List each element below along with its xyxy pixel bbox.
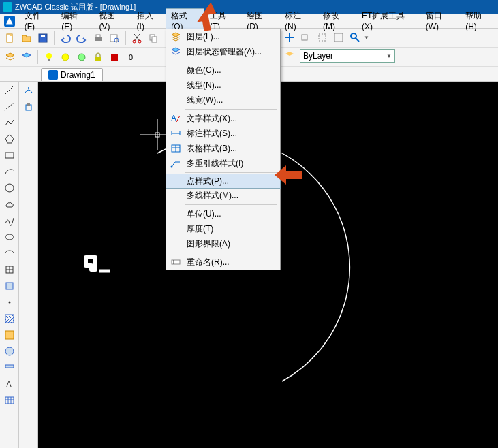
print-button[interactable]	[91, 31, 106, 46]
line-tool[interactable]	[2, 83, 17, 97]
menu-separator	[185, 204, 277, 205]
chevron-down-icon: ▼	[386, 53, 392, 59]
svg-line-60	[356, 38, 359, 42]
app-logo-icon	[3, 2, 12, 12]
preview-button[interactable]	[107, 31, 122, 46]
zoom-prev-button[interactable]	[298, 30, 313, 45]
zoom-button[interactable]	[347, 30, 362, 45]
polygon-tool[interactable]	[2, 132, 17, 146]
menu-item-label: 厚度(T)	[187, 223, 213, 235]
svg-rect-57	[319, 34, 326, 41]
cut-button[interactable]	[129, 31, 144, 46]
spline-tool[interactable]	[2, 214, 17, 227]
svg-rect-40	[26, 105, 31, 110]
menu-window[interactable]: 窗口(W)	[420, 8, 460, 33]
svg-rect-4	[96, 35, 100, 37]
circle-tool[interactable]	[2, 181, 17, 195]
app-icon	[4, 16, 15, 27]
tool-a[interactable]	[21, 83, 36, 97]
zoom-window-button[interactable]	[315, 30, 330, 45]
menu-edit[interactable]: 编辑(E)	[56, 8, 93, 33]
menu-item-layerstate[interactable]: 图层状态管理器(A)...	[166, 44, 280, 59]
menu-item-linetype[interactable]: 线型(N)...	[166, 78, 280, 93]
color-icon[interactable]	[107, 50, 122, 65]
pan-button[interactable]	[282, 30, 297, 45]
menu-item-pointstyle[interactable]: 点样式(P)...	[166, 174, 281, 189]
menu-item-label: 点样式(P)...	[187, 176, 229, 187]
ellipse-tool[interactable]	[2, 230, 17, 244]
xline-tool[interactable]	[2, 99, 17, 113]
menu-view[interactable]: 视图(V)	[93, 8, 131, 33]
layer-zero-label: 0	[129, 53, 133, 61]
open-button[interactable]	[19, 31, 34, 46]
svg-point-17	[62, 54, 69, 61]
menu-item-dimstyle[interactable]: 标注样式(S)...	[166, 126, 280, 141]
menu-help[interactable]: 帮助(H)	[460, 8, 498, 33]
menu-item-tablestyle[interactable]: 表格样式(B)...	[166, 141, 280, 156]
tool-b[interactable]	[21, 101, 36, 114]
layer-props-button[interactable]	[3, 50, 18, 65]
lock-icon[interactable]	[91, 50, 106, 65]
light-on-icon[interactable]	[42, 50, 57, 65]
arc-tool[interactable]	[2, 165, 17, 178]
linetype-combo-value: ByLayer	[303, 51, 333, 61]
menu-item-rename[interactable]: 重命名(R)...	[166, 255, 280, 270]
gradient-tool[interactable]	[2, 328, 17, 342]
menu-item-label: 多线样式(M)...	[187, 190, 238, 202]
ellipse-arc-tool[interactable]	[2, 246, 17, 260]
menu-separator	[185, 172, 277, 173]
copy-button[interactable]	[146, 31, 161, 46]
undo-button[interactable]	[58, 31, 73, 46]
svg-text:A: A	[171, 114, 176, 123]
svg-point-39	[28, 87, 29, 89]
new-button[interactable]	[3, 31, 18, 46]
freeze-icon[interactable]	[58, 50, 73, 65]
table-style-icon	[169, 142, 183, 155]
tab-drawing1[interactable]: Drawing1	[41, 68, 103, 81]
menu-item-limits[interactable]: 图形界限(A)	[166, 236, 280, 251]
menu-separator	[185, 109, 277, 110]
revcloud-tool[interactable]	[2, 197, 17, 211]
region-tool[interactable]	[2, 345, 17, 358]
svg-point-25	[5, 184, 14, 192]
svg-rect-35	[5, 397, 14, 404]
annotation-arrow-top	[189, 0, 223, 36]
menu-item-mleaderstyle[interactable]: 多重引线样式(I)	[166, 156, 280, 171]
menu-item-label: 线型(N)...	[187, 80, 221, 91]
linetype-combo[interactable]: ByLayer▼	[300, 49, 395, 63]
menu-item-mlinestyle[interactable]: 多线样式(M)...	[166, 188, 280, 203]
menu-insert[interactable]: 插入(I)	[131, 8, 166, 33]
menu-file[interactable]: 文件(F)	[19, 8, 57, 33]
svg-line-21	[5, 86, 14, 94]
zoom-ext-button[interactable]	[331, 30, 346, 45]
menu-item-textstyle[interactable]: A 文字样式(X)...	[166, 111, 280, 126]
menu-item-lineweight[interactable]: 线宽(W)...	[166, 93, 280, 108]
menu-item-units[interactable]: 单位(U)...	[166, 206, 280, 221]
menu-item-label: 多重引线样式(I)	[187, 158, 243, 170]
svg-rect-2	[41, 35, 45, 37]
menu-item-label: 单位(U)...	[187, 208, 221, 220]
insert-tool[interactable]	[2, 263, 17, 276]
menu-item-color[interactable]: 颜色(C)...	[166, 63, 280, 78]
text-tool[interactable]: A	[2, 377, 17, 391]
svg-rect-20	[111, 54, 118, 61]
menu-item-label: 颜色(C)...	[187, 65, 221, 76]
svg-marker-23	[5, 135, 14, 143]
menu-item-thickness[interactable]: 厚度(T)	[166, 221, 280, 236]
table-tool[interactable]	[2, 361, 17, 374]
layer-states-button[interactable]	[19, 50, 34, 65]
svg-point-18	[78, 54, 85, 61]
svg-point-29	[8, 302, 10, 304]
save-button[interactable]	[35, 31, 50, 46]
svg-rect-28	[6, 283, 13, 289]
layer-match-button[interactable]	[282, 48, 297, 63]
table2-tool[interactable]	[2, 394, 17, 407]
freeze2-icon[interactable]	[74, 50, 89, 65]
point-tool[interactable]	[2, 295, 17, 309]
pline-tool[interactable]	[2, 116, 17, 129]
block-tool[interactable]	[2, 279, 17, 293]
redo-button[interactable]	[74, 31, 89, 46]
hatch-tool[interactable]	[2, 312, 17, 325]
view-toolbar: ▼	[282, 30, 369, 45]
rectangle-tool[interactable]	[2, 148, 17, 162]
